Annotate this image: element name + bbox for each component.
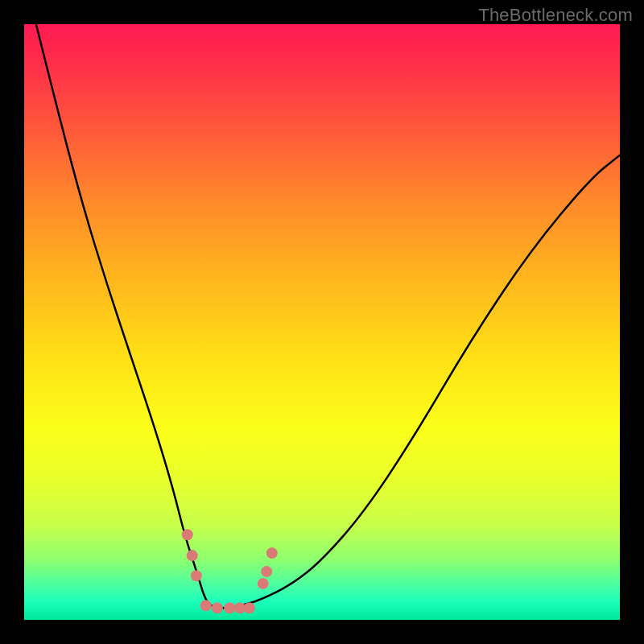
data-marker: [182, 529, 193, 540]
data-marker: [187, 550, 198, 561]
data-marker: [200, 600, 212, 611]
plot-background: [24, 24, 620, 620]
data-marker: [191, 570, 202, 581]
data-marker: [244, 602, 255, 613]
chart-frame: TheBottleneck.com: [0, 0, 644, 644]
data-marker: [224, 602, 235, 613]
marker-group: [182, 529, 278, 613]
data-marker: [261, 566, 272, 577]
watermark-text: TheBottleneck.com: [478, 5, 633, 26]
data-marker: [266, 547, 278, 559]
data-marker: [212, 602, 223, 613]
data-marker: [258, 578, 269, 589]
bottleneck-chart: [24, 24, 620, 620]
bottleneck-curve-path: [36, 24, 620, 608]
